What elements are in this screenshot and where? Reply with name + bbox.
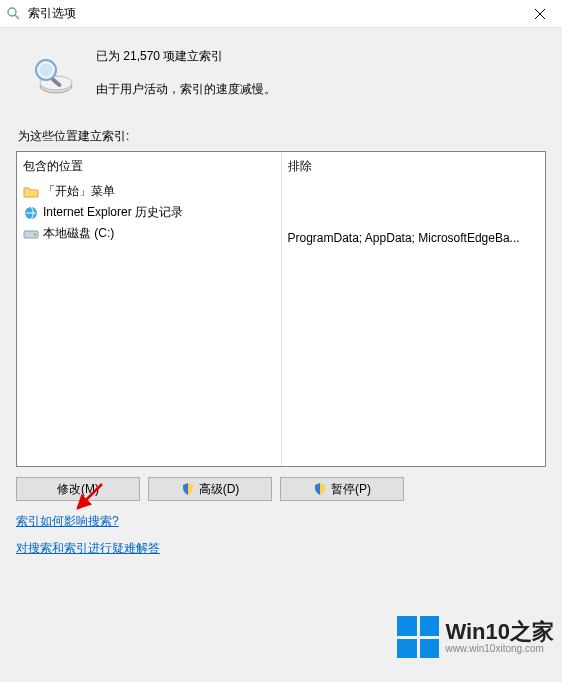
windows-logo-icon <box>397 616 439 658</box>
list-item[interactable]: 本地磁盘 (C:) <box>23 223 275 244</box>
advanced-button[interactable]: 高级(D) <box>148 477 272 501</box>
help-link-search[interactable]: 索引如何影响搜索? <box>16 513 119 530</box>
shield-icon <box>313 482 327 496</box>
list-item[interactable]: 「开始」菜单 <box>23 181 275 202</box>
app-icon <box>6 6 22 22</box>
watermark-brand: Win10之家 <box>445 621 554 643</box>
index-status-text: 由于用户活动，索引的速度减慢。 <box>96 81 276 98</box>
excluded-text: ProgramData; AppData; MicrosoftEdgeBa... <box>288 181 540 245</box>
close-button[interactable] <box>517 0 562 28</box>
ie-icon <box>23 205 39 221</box>
svg-point-11 <box>34 233 36 235</box>
list-item-label: 本地磁盘 (C:) <box>43 225 114 242</box>
list-item[interactable]: Internet Explorer 历史记录 <box>23 202 275 223</box>
svg-line-1 <box>15 15 19 19</box>
locations-box: 包含的位置 「开始」菜单 Internet Explorer 历史记录 本地磁盘… <box>16 151 546 467</box>
svg-point-0 <box>8 8 16 16</box>
titlebar: 索引选项 <box>0 0 562 28</box>
folder-icon <box>23 184 39 200</box>
included-column: 包含的位置 「开始」菜单 Internet Explorer 历史记录 本地磁盘… <box>17 152 281 466</box>
shield-icon <box>181 482 195 496</box>
window-title: 索引选项 <box>28 5 517 22</box>
watermark: Win10之家 www.win10xitong.com <box>397 616 554 658</box>
locations-label: 为这些位置建立索引: <box>18 128 546 145</box>
button-row: 修改(M) 高级(D) 暂停(P) <box>16 477 546 501</box>
excluded-header: 排除 <box>288 156 540 181</box>
svg-point-7 <box>40 64 53 77</box>
status-block: 已为 21,570 项建立索引 由于用户活动，索引的速度减慢。 <box>16 46 546 100</box>
index-count-text: 已为 21,570 项建立索引 <box>96 48 276 65</box>
watermark-url: www.win10xitong.com <box>445 643 554 654</box>
modify-button[interactable]: 修改(M) <box>16 477 140 501</box>
help-links: 索引如何影响搜索? 对搜索和索引进行疑难解答 <box>16 513 546 567</box>
drive-icon <box>23 226 39 242</box>
magnifier-drive-icon <box>28 52 76 100</box>
pause-button[interactable]: 暂停(P) <box>280 477 404 501</box>
list-item-label: 「开始」菜单 <box>43 183 115 200</box>
close-icon <box>535 9 545 19</box>
list-item-label: Internet Explorer 历史记录 <box>43 204 183 221</box>
included-header: 包含的位置 <box>23 156 275 181</box>
excluded-column: 排除 ProgramData; AppData; MicrosoftEdgeBa… <box>281 152 546 466</box>
help-link-troubleshoot[interactable]: 对搜索和索引进行疑难解答 <box>16 540 160 557</box>
